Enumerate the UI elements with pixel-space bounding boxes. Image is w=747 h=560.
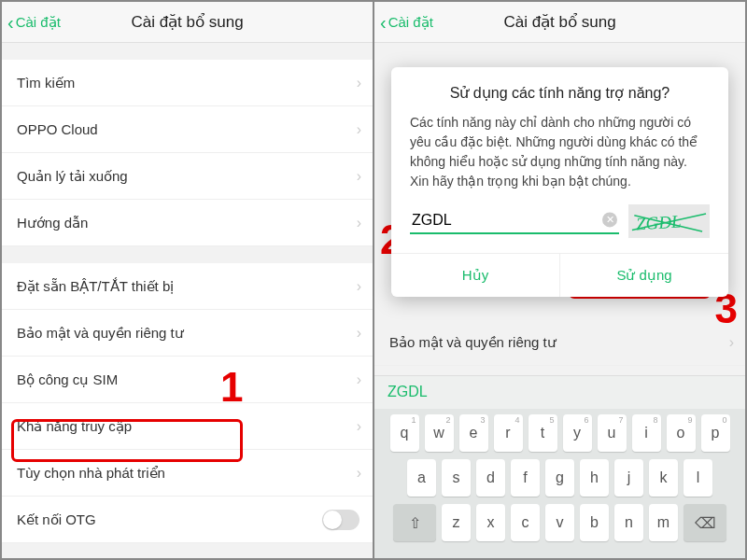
key-j[interactable]: j	[614, 459, 643, 497]
accessibility-dialog: Sử dụng các tính năng trợ năng? Các tính…	[391, 67, 728, 297]
key-u[interactable]: u7	[598, 414, 627, 452]
list-item[interactable]: Bảo mật và quyền riêng tư›	[2, 310, 373, 357]
chevron-right-icon: ›	[357, 371, 361, 388]
back-label: Cài đặt	[16, 14, 61, 31]
nav-bar: ‹ Cài đặt Cài đặt bổ sung	[2, 2, 373, 43]
keyboard: q1w2e3r4t5y6u7i8o9p0 asdfghjkl ⇧zxcvbnm⌫	[374, 409, 745, 558]
nav-bar: ‹ Cài đặt Cài đặt bổ sung	[374, 2, 745, 43]
dialog-body: Các tính năng này chỉ dành cho những ngư…	[391, 113, 728, 204]
list-item[interactable]: Kết nối OTG	[2, 497, 373, 543]
key-f[interactable]: f	[511, 459, 540, 497]
key-d[interactable]: d	[476, 459, 505, 497]
chevron-left-icon: ‹	[7, 13, 14, 32]
chevron-right-icon: ›	[357, 278, 361, 295]
key-x[interactable]: x	[476, 504, 505, 541]
chevron-left-icon: ‹	[380, 13, 387, 32]
dialog-title: Sử dụng các tính năng trợ năng?	[391, 67, 728, 113]
key-p[interactable]: p0	[701, 414, 730, 452]
chevron-right-icon: ›	[357, 168, 361, 185]
key-⌫[interactable]: ⌫	[684, 504, 726, 541]
key-m[interactable]: m	[649, 504, 678, 541]
list-item[interactable]: Đặt sẵn BẬT/TẮT thiết bị›	[2, 263, 373, 310]
key-l[interactable]: l	[684, 459, 712, 497]
key-c[interactable]: c	[511, 504, 540, 541]
list-item[interactable]: Tìm kiếm›	[2, 60, 373, 106]
list-item[interactable]: Quản lý tải xuống›	[2, 153, 373, 200]
right-pane: ‹ Cài đặt Cài đặt bổ sung Bảo mật và quy…	[373, 2, 745, 558]
chevron-right-icon: ›	[357, 75, 361, 91]
key-⇧[interactable]: ⇧	[393, 504, 436, 541]
cancel-button[interactable]: Hủy	[391, 254, 559, 297]
key-v[interactable]: v	[545, 504, 574, 541]
chevron-right-icon: ›	[357, 465, 361, 482]
key-t[interactable]: t5	[529, 414, 557, 452]
captcha-input[interactable]	[410, 208, 619, 234]
key-s[interactable]: s	[442, 459, 471, 497]
list-item[interactable]: Hướng dẫn›	[2, 200, 373, 246]
key-a[interactable]: a	[407, 459, 436, 497]
dialog-buttons: Hủy Sử dụng	[391, 253, 728, 297]
keyboard-suggestion[interactable]: ZGDL	[374, 375, 745, 409]
settings-group-1: Tìm kiếm›OPPO Cloud›Quản lý tải xuống›Hư…	[2, 60, 373, 246]
list-item[interactable]: Bảo mật và quyền riêng tư›	[374, 319, 745, 366]
back-label: Cài đặt	[388, 14, 433, 31]
settings-group-2: Đặt sẵn BẬT/TẮT thiết bị›Bảo mật và quyề…	[2, 263, 373, 543]
chevron-right-icon: ›	[357, 325, 361, 342]
key-i[interactable]: i8	[632, 414, 661, 452]
clear-icon[interactable]: ✕	[602, 212, 617, 227]
key-r[interactable]: r4	[494, 414, 523, 452]
key-k[interactable]: k	[649, 459, 678, 497]
key-y[interactable]: y6	[563, 414, 592, 452]
left-pane: ‹ Cài đặt Cài đặt bổ sung Tìm kiếm›OPPO …	[2, 2, 373, 558]
chevron-right-icon: ›	[357, 418, 361, 435]
key-e[interactable]: e3	[459, 414, 488, 452]
key-h[interactable]: h	[580, 459, 609, 497]
key-w[interactable]: w2	[425, 414, 454, 452]
svg-text:ZGDL: ZGDL	[635, 211, 682, 233]
chevron-right-icon: ›	[357, 121, 361, 138]
back-button[interactable]: ‹ Cài đặt	[2, 13, 61, 32]
list-item[interactable]: Tùy chọn nhà phát triển›	[2, 450, 373, 497]
list-item[interactable]: Khả năng truy cập›	[2, 403, 373, 450]
captcha-image: ZGDL	[628, 204, 710, 238]
ok-button[interactable]: Sử dụng	[559, 254, 728, 297]
key-n[interactable]: n	[614, 504, 643, 541]
key-g[interactable]: g	[545, 459, 574, 497]
key-q[interactable]: q1	[390, 414, 419, 452]
key-z[interactable]: z	[442, 504, 471, 541]
key-o[interactable]: o9	[667, 414, 696, 452]
back-button[interactable]: ‹ Cài đặt	[374, 13, 433, 32]
toggle[interactable]	[322, 510, 359, 530]
list-item[interactable]: Bộ công cụ SIM›	[2, 357, 373, 403]
chevron-right-icon: ›	[729, 334, 734, 351]
list-item[interactable]: OPPO Cloud›	[2, 106, 373, 153]
chevron-right-icon: ›	[357, 215, 361, 231]
key-b[interactable]: b	[580, 504, 609, 541]
